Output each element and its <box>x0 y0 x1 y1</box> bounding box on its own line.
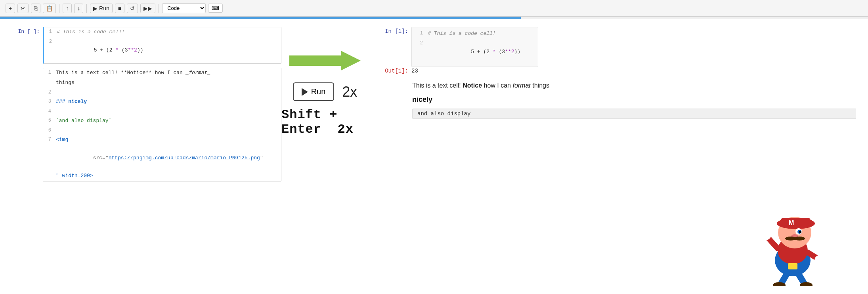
svg-rect-5 <box>781 218 811 226</box>
run-button-toolbar[interactable]: ▶ Run <box>90 4 113 13</box>
out-code-line-2: 2 5 + (2 * (3**2)) <box>412 39 538 65</box>
paste-button[interactable]: 📋 <box>43 4 56 13</box>
md-line-5: 5 `and also display` <box>43 116 281 126</box>
separator-2 <box>86 4 87 13</box>
md-line-content-1: This is a text cell! **Notice** how I ca… <box>54 68 281 78</box>
arrow-svg <box>289 51 361 71</box>
output-cell-wrapper: In [1]: 1 # This is a code cell! 2 5 + (… <box>377 27 856 119</box>
restart-run-button[interactable]: ▶▶ <box>140 4 155 13</box>
add-cell-button[interactable]: + <box>6 4 15 13</box>
md-line-content-2 <box>54 88 281 90</box>
md-line-num-1b <box>43 78 54 80</box>
md-line-1b: things <box>43 78 281 88</box>
md-line-content-4 <box>54 107 281 109</box>
md-line-content-7: <img <box>54 135 281 145</box>
code-cell[interactable]: 1 # This is a code cell! 2 5 + (2 * (3**… <box>43 27 281 64</box>
output-out-label: Out[1]: <box>377 68 408 74</box>
arrow-container: Run 2x Shift + Enter 2x <box>281 51 369 137</box>
output-code-inline: and also display <box>412 109 856 119</box>
output-out-value: 23 <box>411 68 418 74</box>
out-line-num-1: 1 <box>415 29 426 38</box>
md-line-9: " width=200> <box>43 171 281 181</box>
bold-notice: Notice <box>463 82 482 89</box>
separator-1 <box>59 4 59 13</box>
italic-format: format <box>512 82 530 89</box>
md-line-6: 6 <box>43 126 281 135</box>
markdown-cell-wrapper: 1 This is a text cell! **Notice** how I … <box>12 68 281 181</box>
shortcut-label: Shift + Enter <box>281 107 337 137</box>
md-line-content-9: " width=200> <box>54 171 281 181</box>
run-demo-button[interactable]: Run <box>293 82 335 101</box>
mario-container: M <box>749 199 836 286</box>
md-line-num-4: 4 <box>43 107 54 116</box>
line-content-1: # This is a code cell! <box>55 27 281 37</box>
play-icon <box>302 88 308 96</box>
stop-button[interactable]: ■ <box>115 4 124 13</box>
cut-button[interactable]: ✂ <box>17 4 29 13</box>
cell-in-label: In [ ]: <box>12 27 40 34</box>
md-line-content-1b: things <box>54 78 281 88</box>
shortcut-count: 2x <box>337 122 353 137</box>
move-down-button[interactable]: ↓ <box>74 4 83 13</box>
output-in-label: In [1]: <box>377 27 408 34</box>
svg-point-16 <box>814 255 825 265</box>
restart-button[interactable]: ↺ <box>127 4 138 13</box>
main-content: In [ ]: 1 # This is a code cell! 2 5 + (… <box>0 19 868 294</box>
svg-point-12 <box>794 237 805 241</box>
code-line-2: 2 5 + (2 * (3**2)) <box>44 37 281 63</box>
code-cell-wrapper: In [ ]: 1 # This is a code cell! 2 5 + (… <box>12 27 281 64</box>
in-label-text: In [ ]: <box>18 29 40 34</box>
md-line-content-8: src="https://pngimg.com/uploads/mario/ma… <box>54 145 281 171</box>
cell-type-select[interactable]: Code Markdown Raw <box>162 3 206 13</box>
md-line-8: src="https://pngimg.com/uploads/mario/ma… <box>43 145 281 171</box>
svg-rect-21 <box>788 263 797 269</box>
output-out-row: Out[1]: 23 <box>377 68 856 74</box>
move-up-button[interactable]: ↑ <box>63 4 72 13</box>
green-arrow <box>289 51 361 71</box>
output-text-paragraph: This is a text cell! Notice how I can fo… <box>377 80 856 91</box>
run-section: Run 2x Shift + Enter 2x <box>281 82 369 137</box>
shortcut-text: Shift + Enter 2x <box>281 107 369 137</box>
svg-point-14 <box>760 229 771 240</box>
line-num-2: 2 <box>44 37 55 46</box>
md-line-num-6: 6 <box>43 126 54 135</box>
md-line-2: 2 <box>43 88 281 97</box>
output-heading: nicely <box>377 95 856 104</box>
output-code-cell: 1 # This is a code cell! 2 5 + (2 * (3**… <box>411 27 538 67</box>
md-line-num-3: 3 <box>43 97 54 106</box>
out-line-content-1: # This is a code cell! <box>426 29 535 39</box>
md-line-1: 1 This is a text cell! **Notice** how I … <box>43 68 281 78</box>
arrow-section: Run 2x Shift + Enter 2x <box>281 27 369 286</box>
line-num-1: 1 <box>44 27 55 36</box>
md-line-content-6 <box>54 126 281 128</box>
md-line-7: 7 <img <box>43 135 281 145</box>
toolbar: + ✂ ⎘ 📋 ↑ ↓ ▶ Run ■ ↺ ▶▶ Code Markdown R… <box>0 0 868 17</box>
svg-point-9 <box>799 231 801 233</box>
keyboard-shortcuts-button[interactable]: ⌨ <box>208 4 223 13</box>
md-line-content-5: `and also display` <box>54 116 281 126</box>
svg-text:M: M <box>789 220 794 226</box>
md-line-num-2: 2 <box>43 88 54 97</box>
markdown-cell[interactable]: 1 This is a text cell! **Notice** how I … <box>43 68 281 181</box>
svg-marker-0 <box>289 51 361 71</box>
run-label: Run <box>311 87 326 96</box>
notebook-panel: In [ ]: 1 # This is a code cell! 2 5 + (… <box>12 27 281 286</box>
line-content-2: 5 + (2 * (3**2)) <box>55 37 281 63</box>
md-line-3: 3 ### nicely <box>43 97 281 107</box>
copy-button[interactable]: ⎘ <box>31 4 40 13</box>
mario-svg: M <box>749 199 836 286</box>
output-in-row: In [1]: 1 # This is a code cell! 2 5 + (… <box>377 27 856 67</box>
separator-3 <box>159 4 159 13</box>
out-line-num-2: 2 <box>415 39 426 48</box>
md-line-num-1: 1 <box>43 68 54 77</box>
run-count: 2x <box>342 84 357 100</box>
md-line-num-9 <box>43 171 54 173</box>
md-line-num-7: 7 <box>43 135 54 144</box>
md-line-num-8 <box>43 145 54 147</box>
code-line-1: 1 # This is a code cell! <box>44 27 281 37</box>
out-line-content-2: 5 + (2 * (3**2)) <box>426 39 535 65</box>
md-line-content-3: ### nicely <box>54 97 281 107</box>
run-btn-row: Run 2x <box>293 82 358 101</box>
out-code-line-1: 1 # This is a code cell! <box>412 29 538 39</box>
md-line-4: 4 <box>43 107 281 116</box>
